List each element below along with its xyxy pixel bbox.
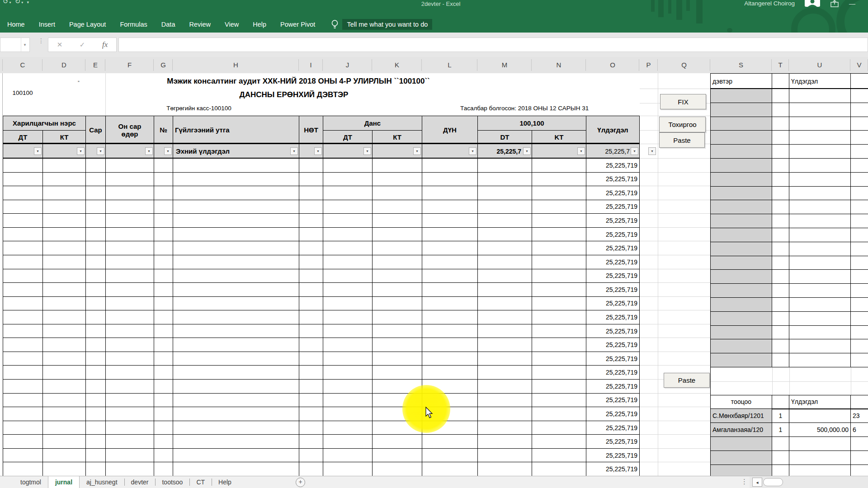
panel-devter-header[interactable]: дэвтэр: [711, 74, 772, 89]
grid-cell[interactable]: [173, 241, 299, 255]
grid-cell[interactable]: [323, 352, 373, 366]
panel-cell[interactable]: [851, 437, 868, 451]
quick-access-toolbar[interactable]: ↺▾ ↻▾ ▾: [3, 0, 30, 5]
add-sheet-button[interactable]: +: [296, 478, 305, 487]
grid-cell[interactable]: [43, 297, 86, 311]
panel-cell[interactable]: [772, 298, 789, 312]
filter-dropdown-icon[interactable]: ▾: [577, 147, 585, 155]
grid-cell[interactable]: [43, 338, 86, 352]
grid-cell[interactable]: [532, 394, 586, 408]
panel-cell[interactable]: [789, 200, 851, 214]
panel-cell[interactable]: [851, 103, 868, 117]
grid-cell[interactable]: [86, 173, 106, 187]
grid-cell[interactable]: [532, 462, 586, 476]
grid-cell[interactable]: [106, 269, 154, 283]
panel-gray-cell[interactable]: [711, 103, 772, 117]
grid-cell[interactable]: [478, 394, 532, 408]
grid-cell[interactable]: [478, 297, 532, 311]
grid-cell[interactable]: [422, 435, 478, 449]
grid-cell[interactable]: [373, 324, 422, 338]
grid-cell[interactable]: [173, 200, 299, 214]
panel-gray-cell[interactable]: [711, 131, 772, 145]
grid-cell[interactable]: [422, 228, 478, 242]
scrollbar-thumb[interactable]: [763, 478, 783, 486]
grid-cell[interactable]: [154, 324, 173, 338]
panel-gray-cell[interactable]: [711, 159, 772, 173]
filter-description-value[interactable]: Эхний үлдэгдэл: [176, 144, 284, 159]
panel-cell[interactable]: [851, 131, 868, 145]
panel-cell[interactable]: [789, 465, 851, 476]
grid-cell[interactable]: [3, 297, 43, 311]
grid-cell[interactable]: [323, 255, 373, 269]
grid-cell[interactable]: [154, 394, 173, 408]
ribbon-tab-help[interactable]: Help: [253, 21, 266, 28]
grid-cell[interactable]: [532, 241, 586, 255]
panel-cell[interactable]: [789, 103, 851, 117]
grid-cell[interactable]: [532, 228, 586, 242]
panel-gray-cell[interactable]: [711, 242, 772, 256]
grid-cell[interactable]: [106, 366, 154, 380]
grid-cell[interactable]: [106, 214, 154, 228]
grid-cell[interactable]: [173, 407, 299, 421]
grid-cell[interactable]: [173, 394, 299, 408]
grid-cell[interactable]: [86, 407, 106, 421]
grid-cell[interactable]: [299, 269, 323, 283]
grid-cell[interactable]: [323, 269, 373, 283]
grid-cell[interactable]: 25,225,719: [586, 380, 640, 394]
ribbon-tab-review[interactable]: Review: [189, 21, 211, 28]
header-cell[interactable]: Данс: [323, 116, 422, 131]
grid-cell[interactable]: [173, 449, 299, 463]
grid-cell[interactable]: [323, 186, 373, 200]
account-code-cell[interactable]: 100100: [3, 89, 42, 96]
paste-button-bottom[interactable]: Paste: [664, 373, 710, 388]
panel-gray-cell[interactable]: [711, 326, 772, 340]
grid-cell[interactable]: [532, 366, 586, 380]
grid-cell[interactable]: [43, 186, 86, 200]
header-cell[interactable]: Сар: [86, 116, 106, 144]
grid-cell[interactable]: [422, 324, 478, 338]
grid-cell[interactable]: [478, 283, 532, 297]
grid-cell[interactable]: [173, 324, 299, 338]
grid-cell[interactable]: [43, 407, 86, 421]
grid-cell[interactable]: [3, 338, 43, 352]
panel-cell[interactable]: [851, 451, 868, 465]
grid-cell[interactable]: [43, 200, 86, 214]
grid-cell[interactable]: [86, 310, 106, 324]
minimize-button[interactable]: —: [849, 0, 855, 7]
grid-cell[interactable]: [43, 366, 86, 380]
sheet-tab-devter[interactable]: devter: [124, 476, 156, 488]
grid-cell[interactable]: [478, 366, 532, 380]
panel-cell[interactable]: [772, 89, 789, 103]
grid-cell[interactable]: [86, 324, 106, 338]
panel-cell[interactable]: [789, 117, 851, 131]
grid-cell[interactable]: [299, 338, 323, 352]
filter-dropdown-icon[interactable]: ▾: [34, 147, 42, 155]
calc-name-cell[interactable]: С.Мөнхбаяр/1201: [711, 409, 772, 423]
panel-gray-cell[interactable]: [711, 145, 772, 159]
grid-cell[interactable]: [173, 462, 299, 476]
grid-cell[interactable]: [478, 173, 532, 187]
panel-gray-cell[interactable]: [711, 312, 772, 326]
grid-cell[interactable]: [478, 214, 532, 228]
panel-cell[interactable]: [851, 284, 868, 298]
header-cell[interactable]: Гүйлгээний утга: [173, 116, 299, 144]
grid-cell[interactable]: [173, 173, 299, 187]
grid-cell[interactable]: [86, 200, 106, 214]
grid-cell[interactable]: [173, 255, 299, 269]
grid-cell[interactable]: [3, 200, 43, 214]
calc-amount-cell[interactable]: 500,000.00: [789, 423, 851, 437]
stray-mark-cell[interactable]: „: [78, 77, 80, 82]
header-cell[interactable]: КТ: [43, 131, 86, 144]
grid-cell[interactable]: [154, 352, 173, 366]
grid-cell[interactable]: 25,225,719: [586, 435, 640, 449]
grid-cell[interactable]: [323, 159, 373, 173]
grid-cell[interactable]: [373, 228, 422, 242]
grid-cell[interactable]: [422, 352, 478, 366]
grid-cell[interactable]: [43, 380, 86, 394]
grid-cell[interactable]: [422, 310, 478, 324]
grid-cell[interactable]: [532, 380, 586, 394]
grid-cell[interactable]: [422, 173, 478, 187]
panel-cell[interactable]: [851, 256, 868, 270]
grid-cell[interactable]: [478, 241, 532, 255]
grid-cell[interactable]: [43, 283, 86, 297]
